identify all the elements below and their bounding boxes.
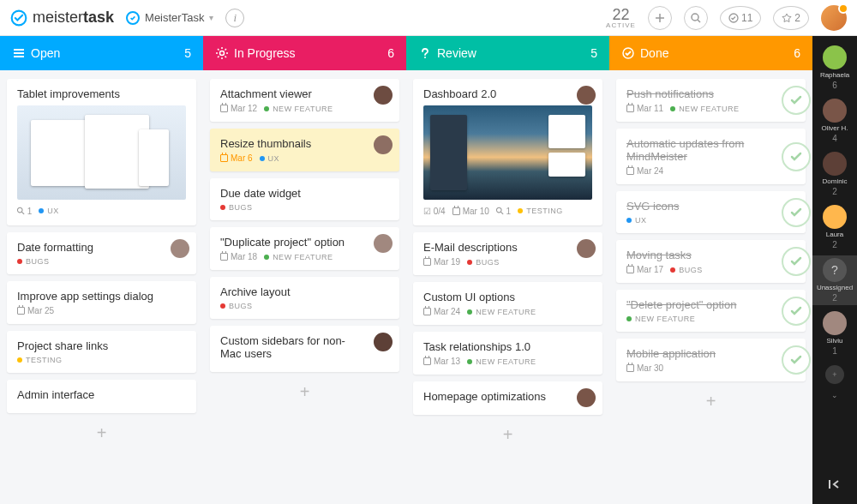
paperclip-icon: ⚲: [14, 204, 27, 218]
tag: TESTING: [518, 207, 563, 215]
column-header[interactable]: Open5: [0, 36, 203, 70]
user-avatar[interactable]: [821, 5, 847, 31]
card-title: Custom sidebars for non-Mac users: [220, 334, 389, 360]
task-card[interactable]: Tablet improvements⚲ 1UX: [7, 79, 196, 225]
done-check-icon: [782, 247, 811, 276]
collapse-sidebar-button[interactable]: [826, 478, 843, 497]
project-check-icon: [126, 11, 140, 25]
sidebar-member[interactable]: Oliver H.4: [812, 96, 857, 146]
task-card[interactable]: Moving tasksMar 17BUGS: [616, 240, 806, 283]
assignee-avatar: [374, 86, 393, 105]
info-button[interactable]: i: [225, 9, 244, 27]
task-card[interactable]: Due date widgetBUGS: [210, 178, 399, 220]
due-date: Mar 19: [423, 257, 460, 267]
completed-count[interactable]: 11: [720, 6, 761, 30]
task-card[interactable]: Project share linksTESTING: [7, 331, 196, 373]
sidebar-member[interactable]: Raphaela6: [812, 43, 857, 93]
active-tasks-count[interactable]: 22 ACTIVE: [606, 7, 636, 29]
project-name: MeisterTask: [145, 11, 204, 24]
card-meta: BUGS: [220, 203, 389, 212]
task-card[interactable]: "Duplicate project" optionMar 18NEW FEAT…: [210, 227, 399, 270]
calendar-icon: [220, 253, 228, 261]
done-check-icon: [782, 198, 811, 227]
topbar: meistertask MeisterTask ▾ i 22 ACTIVE 11…: [0, 0, 857, 36]
attachment-count: ⚲ 1: [17, 205, 32, 217]
add-member-button[interactable]: +: [825, 365, 844, 384]
task-card[interactable]: Automatic updates from MindMeisterMar 24: [616, 129, 806, 184]
sidebar-member[interactable]: Laura2: [812, 202, 857, 252]
card-meta: Mar 24NEW FEATURE: [423, 307, 592, 316]
card-title: Automatic updates from MindMeister: [626, 137, 795, 163]
due-date: Mar 10: [452, 207, 489, 216]
task-card[interactable]: "Delete project" optionNEW FEATURE: [616, 290, 806, 332]
task-card[interactable]: Push notificationsMar 11NEW FEATURE: [616, 79, 806, 122]
card-title: "Duplicate project" option: [220, 236, 389, 249]
due-date: Mar 24: [423, 307, 460, 316]
card-meta: ⚲ 1UX: [17, 205, 186, 217]
member-avatar: [823, 45, 847, 69]
gear-icon: [215, 46, 234, 60]
column-header[interactable]: Review5: [406, 36, 609, 70]
assignee-avatar: [577, 239, 596, 258]
card-meta: Mar 13NEW FEATURE: [423, 357, 592, 366]
tag: NEW FEATURE: [670, 105, 739, 113]
member-avatar: ?: [823, 258, 847, 282]
task-card[interactable]: Date formattingBUGS: [7, 232, 196, 274]
due-date: Mar 24: [626, 166, 663, 176]
task-card[interactable]: E-Mail descriptionsMar 19BUGS: [413, 232, 602, 275]
sidebar-member[interactable]: Silviu1: [812, 309, 857, 358]
due-date: Mar 11: [626, 104, 663, 113]
attachment-count: ⚲ 1: [496, 205, 511, 217]
checklist-icon: ☑ 0/4: [423, 207, 446, 216]
task-card[interactable]: Homepage optimizations: [413, 381, 602, 415]
calendar-icon: [423, 357, 431, 365]
due-date: Mar 30: [626, 363, 663, 373]
logo: meistertask: [10, 9, 114, 27]
task-card[interactable]: Mobile applicationMar 30: [616, 339, 806, 381]
members-sidebar: Raphaela6Oliver H.4Dominic2Laura2?Unassi…: [812, 36, 857, 504]
task-card[interactable]: Task relationships 1.0Mar 13NEW FEATURE: [413, 332, 602, 375]
task-card[interactable]: Admin interface: [7, 380, 196, 413]
add-card-button[interactable]: +: [7, 420, 196, 447]
add-button[interactable]: [648, 6, 672, 30]
task-card[interactable]: Custom sidebars for non-Mac users: [210, 326, 399, 372]
card-meta: Mar 18NEW FEATURE: [220, 252, 389, 261]
column-header[interactable]: Done6: [609, 36, 812, 70]
task-card[interactable]: Dashboard 2.0☑ 0/4Mar 10⚲ 1TESTING: [413, 79, 602, 225]
card-title: Attachment viewer: [220, 87, 389, 100]
search-button[interactable]: [684, 6, 708, 30]
tag: UX: [260, 154, 280, 163]
task-card[interactable]: Attachment viewerMar 12NEW FEATURE: [210, 79, 399, 122]
tag: BUGS: [220, 302, 253, 310]
card-title: Tablet improvements: [17, 87, 186, 100]
column-open: Open5Tablet improvements⚲ 1UXDate format…: [0, 36, 203, 504]
svg-point-3: [220, 51, 225, 56]
task-card[interactable]: Improve app settings dialogMar 25: [7, 281, 196, 324]
sidebar-member[interactable]: Dominic2: [812, 149, 857, 199]
svg-point-4: [424, 57, 426, 58]
member-name: Unassigned: [817, 284, 853, 291]
add-card-button[interactable]: +: [210, 379, 399, 405]
assignee-avatar: [374, 135, 393, 154]
chevron-down-icon[interactable]: ⌄: [831, 391, 838, 399]
project-selector[interactable]: MeisterTask ▾: [126, 11, 213, 25]
card-meta: NEW FEATURE: [626, 315, 795, 323]
card-title: Resize thumbnails: [220, 137, 389, 150]
sidebar-member[interactable]: ?Unassigned2: [812, 255, 857, 305]
member-avatar: [823, 311, 847, 335]
tag: UX: [39, 207, 59, 215]
column-header[interactable]: In Progress6: [203, 36, 406, 70]
due-date: Mar 25: [17, 306, 54, 315]
logo-check-icon: [10, 9, 27, 27]
tag: BUGS: [467, 258, 500, 267]
svg-point-1: [692, 14, 698, 21]
member-name: Silviu: [826, 337, 842, 345]
task-card[interactable]: SVG iconsUX: [616, 191, 806, 233]
starred-count[interactable]: 2: [773, 6, 809, 30]
calendar-icon: [423, 258, 431, 266]
add-card-button[interactable]: +: [616, 388, 806, 415]
task-card[interactable]: Archive layoutBUGS: [210, 277, 399, 319]
add-card-button[interactable]: +: [413, 422, 602, 448]
task-card[interactable]: Resize thumbnailsMar 6UX: [210, 129, 399, 171]
task-card[interactable]: Custom UI optionsMar 24NEW FEATURE: [413, 282, 602, 325]
